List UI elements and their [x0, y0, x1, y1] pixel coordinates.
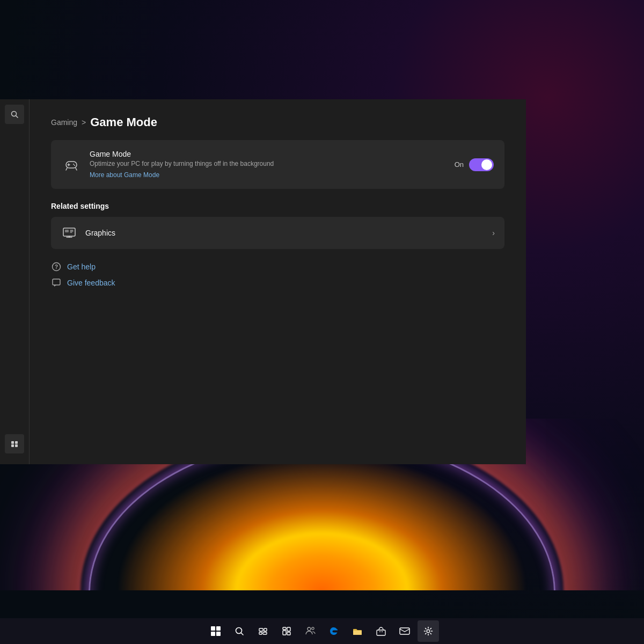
svg-rect-5: [15, 444, 18, 447]
monitor-icon: [63, 228, 76, 238]
svg-rect-32: [287, 632, 290, 635]
breadcrumb-separator: >: [82, 118, 86, 127]
toggle-label: On: [455, 160, 464, 169]
svg-line-1: [16, 116, 18, 118]
svg-point-9: [73, 164, 74, 165]
svg-text:?: ?: [55, 264, 58, 270]
svg-rect-28: [263, 632, 267, 634]
svg-rect-26: [264, 628, 267, 631]
taskbar-taskview-button[interactable]: [252, 620, 274, 642]
graphics-card[interactable]: Graphics ›: [51, 217, 504, 249]
get-help-label: Get help: [67, 262, 96, 271]
taskbar-mail-button[interactable]: [394, 620, 415, 642]
sidebar-search-button[interactable]: [5, 105, 24, 124]
game-mode-title: Game Mode: [90, 150, 455, 158]
taskbar-edge-button[interactable]: [323, 620, 345, 642]
svg-rect-4: [11, 444, 14, 447]
taskbar-settings-button[interactable]: [418, 620, 439, 642]
graphics-label: Graphics: [85, 229, 492, 237]
give-feedback-link[interactable]: Give feedback: [51, 278, 504, 288]
search-icon: [11, 111, 18, 118]
breadcrumb-parent[interactable]: Gaming: [51, 118, 77, 127]
game-mode-toggle[interactable]: [469, 158, 494, 171]
svg-point-23: [236, 628, 242, 634]
svg-point-34: [312, 627, 314, 630]
svg-rect-36: [379, 631, 380, 632]
game-mode-toggle-area: On: [455, 158, 494, 171]
file-explorer-icon: [352, 627, 363, 636]
feedback-bubble-icon: [52, 278, 61, 288]
help-icon: ?: [51, 262, 62, 272]
graphics-icon: [61, 224, 78, 241]
edge-icon: [329, 626, 339, 636]
store-icon: [376, 626, 386, 636]
sidebar-bottom: [0, 434, 29, 453]
svg-rect-2: [11, 441, 14, 444]
task-view-icon: [258, 626, 268, 636]
windows-logo-icon: [211, 626, 221, 636]
taskbar-teams-button[interactable]: [299, 620, 321, 642]
settings-window: Gaming > Game Mode Game Mode Op: [0, 99, 526, 464]
svg-rect-35: [377, 630, 385, 635]
svg-point-33: [308, 627, 311, 631]
svg-line-11: [66, 168, 67, 170]
give-feedback-label: Give feedback: [67, 279, 115, 287]
controller-icon: [64, 159, 79, 171]
feedback-icon: [51, 278, 62, 288]
svg-rect-31: [283, 631, 286, 635]
toggle-knob: [481, 159, 492, 170]
svg-rect-38: [400, 628, 409, 634]
svg-point-10: [74, 165, 75, 166]
help-links-section: ? Get help Give feedback: [51, 262, 504, 288]
settings-sidebar: [0, 99, 30, 464]
taskbar-widgets-button[interactable]: [276, 620, 297, 642]
taskbar-store-button[interactable]: [370, 620, 392, 642]
help-circle-icon: ?: [52, 262, 61, 272]
game-mode-link[interactable]: More about Game Mode: [90, 171, 159, 179]
svg-rect-27: [259, 632, 262, 634]
svg-rect-30: [287, 627, 290, 631]
taskbar-search-button[interactable]: [229, 620, 250, 642]
settings-main-content: Gaming > Game Mode Game Mode Op: [30, 99, 526, 464]
teams-icon: [305, 626, 316, 636]
svg-rect-29: [283, 627, 286, 630]
svg-rect-22: [53, 279, 60, 285]
taskbar: [0, 618, 644, 644]
widgets-icon: [282, 626, 291, 636]
taskbar-search-icon: [235, 626, 244, 636]
breadcrumb: Gaming > Game Mode: [51, 115, 504, 129]
gear-icon: [423, 626, 433, 636]
page-title: Game Mode: [90, 115, 157, 129]
get-help-link[interactable]: ? Get help: [51, 262, 504, 272]
svg-line-12: [76, 168, 77, 170]
svg-rect-25: [259, 628, 263, 631]
game-mode-card: Game Mode Optimize your PC for play by t…: [51, 140, 504, 189]
game-mode-description: Optimize your PC for play by turning thi…: [90, 160, 455, 167]
graphics-chevron: ›: [492, 229, 495, 237]
sidebar-nav-button[interactable]: [5, 434, 24, 453]
taskbar-explorer-button[interactable]: [347, 620, 368, 642]
game-mode-text: Game Mode Optimize your PC for play by t…: [90, 150, 455, 179]
svg-rect-16: [65, 230, 69, 232]
related-settings-title: Related settings: [51, 202, 504, 210]
nav-icon: [10, 440, 19, 448]
taskbar-start-button[interactable]: [205, 620, 226, 642]
mail-icon: [399, 627, 410, 635]
game-mode-icon: [62, 155, 81, 174]
svg-rect-37: [382, 631, 383, 632]
svg-line-24: [241, 633, 244, 635]
svg-rect-3: [15, 441, 18, 444]
svg-point-39: [427, 630, 430, 633]
